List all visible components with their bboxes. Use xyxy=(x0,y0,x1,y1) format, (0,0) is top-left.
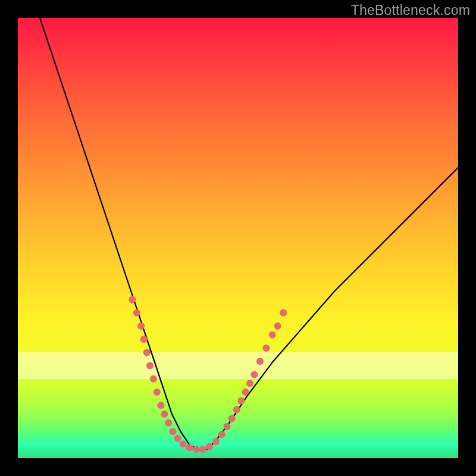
curve-marker xyxy=(133,309,140,317)
plot-area xyxy=(18,18,458,458)
outer-frame: TheBottleneck.com xyxy=(0,0,476,476)
curve-marker xyxy=(228,415,236,422)
curve-marker xyxy=(206,443,213,450)
curve-marker xyxy=(269,331,276,339)
curve-marker xyxy=(161,411,168,418)
curve-marker xyxy=(129,296,136,303)
curve-marker xyxy=(242,389,249,396)
curve-marker xyxy=(146,362,154,369)
curve-marker xyxy=(237,397,245,405)
curve-marker xyxy=(140,336,148,343)
curve-marker xyxy=(174,435,181,442)
curve-marker xyxy=(280,309,287,317)
curve-marker xyxy=(212,438,220,445)
curve-marker xyxy=(274,322,281,330)
curve-marker xyxy=(246,380,253,387)
curve-marker xyxy=(262,345,270,352)
curve-marker xyxy=(137,322,145,330)
curve-marker xyxy=(158,402,165,409)
curve-marker xyxy=(143,349,151,356)
curve-marker xyxy=(199,446,206,453)
curve-marker xyxy=(186,444,193,451)
curve-marker xyxy=(218,431,226,438)
curve-marker xyxy=(193,446,200,453)
bottleneck-curve xyxy=(18,18,458,458)
curve-marker xyxy=(256,358,264,365)
curve-marker xyxy=(154,389,161,396)
watermark-text: TheBottleneck.com xyxy=(351,2,470,18)
curve-marker xyxy=(250,371,258,378)
curve-marker xyxy=(170,428,177,436)
curve-marker xyxy=(180,440,187,447)
curve-marker xyxy=(224,423,231,430)
curve-marker xyxy=(233,406,240,414)
curve-marker xyxy=(165,419,172,427)
curve-marker xyxy=(150,375,157,383)
